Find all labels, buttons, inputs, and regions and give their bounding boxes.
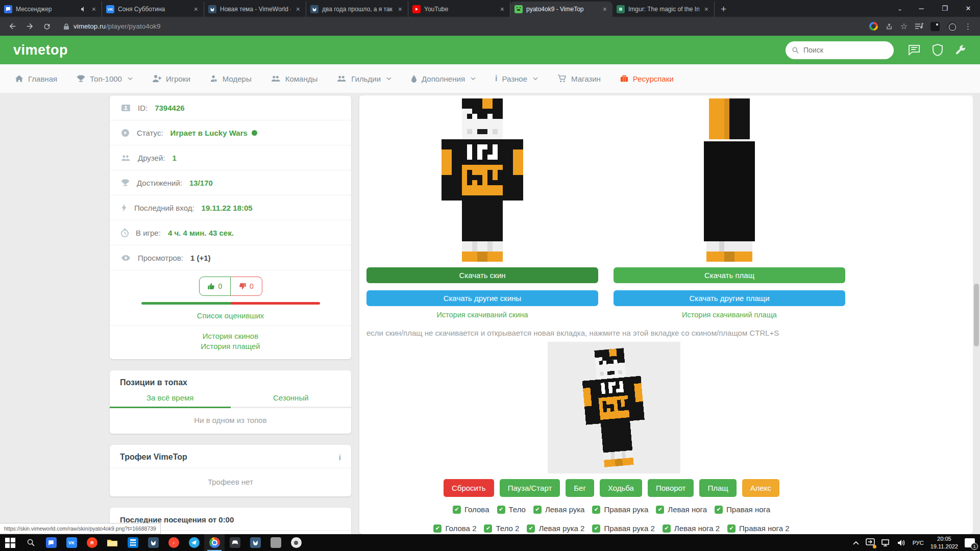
info-icon[interactable]: i — [339, 453, 341, 462]
google-account-icon[interactable] — [869, 22, 878, 31]
taskbar-vimeworld-2[interactable] — [245, 534, 265, 551]
checkbox-body[interactable]: ✔Тело — [497, 505, 526, 514]
nav-teams[interactable]: Команды — [261, 64, 328, 93]
checkbox-left-leg-2[interactable]: ✔Левая нога 2 — [663, 524, 720, 533]
tab-close-icon[interactable]: × — [601, 5, 608, 13]
download-other-capes-button[interactable]: Скачать другие плащи — [614, 290, 845, 306]
bookmark-star-icon[interactable]: ☆ — [900, 22, 908, 31]
page-scrollbar[interactable] — [973, 93, 980, 534]
taskbar-messenger[interactable] — [41, 534, 61, 551]
clock[interactable]: 20:05 19.11.2022 — [930, 535, 958, 550]
start-button[interactable] — [0, 534, 20, 551]
taskbar-chrome[interactable] — [204, 534, 225, 551]
extension-icon[interactable] — [930, 22, 940, 31]
taskbar-yandex-browser[interactable]: Я — [82, 534, 102, 551]
checkbox-body-2[interactable]: ✔Тело 2 — [484, 524, 519, 533]
checkbox-right-arm[interactable]: ✔Правая рука — [592, 505, 648, 514]
tab-youtube[interactable]: YouTube × — [408, 2, 510, 17]
tab-vk[interactable]: VK Соня Субботина × — [102, 2, 204, 17]
checkbox-left-leg[interactable]: ✔Левая нога — [656, 505, 707, 514]
tab-season[interactable]: Сезонный — [231, 393, 352, 408]
raters-link[interactable]: Список оценивших — [110, 310, 351, 321]
cape-downloads-history-link[interactable]: История скачиваний плаща — [614, 311, 845, 319]
shield-icon[interactable] — [932, 44, 943, 56]
nav-players[interactable]: Игроки — [142, 64, 200, 93]
tab-alltime[interactable]: За всё время — [110, 393, 231, 408]
tab-vimeworld-topic[interactable]: два года прошло, а я так и не в × — [306, 2, 408, 17]
display-project-icon[interactable] — [866, 538, 875, 547]
tab-search-chevron-icon[interactable]: ⌄ — [890, 5, 910, 12]
skin-history-link[interactable]: История скинов — [110, 330, 351, 342]
checkbox-left-arm-2[interactable]: ✔Левая рука 2 — [527, 524, 584, 533]
tab-close-icon[interactable]: × — [703, 5, 710, 13]
taskbar-explorer[interactable] — [102, 534, 122, 551]
messages-icon[interactable] — [908, 44, 920, 56]
download-skin-button[interactable]: Скачать скин — [366, 267, 598, 283]
back-button[interactable] — [5, 19, 19, 34]
taskbar-vimeworld[interactable] — [143, 534, 163, 551]
tab-vimetop-active[interactable]: pyato4ok9 - VimeTop × — [510, 2, 612, 17]
reading-list-icon[interactable] — [915, 22, 923, 30]
checkbox-right-leg[interactable]: ✔Правая нога — [715, 505, 770, 514]
tab-imgur[interactable]: Imgur: The magic of the Interne × — [612, 2, 715, 17]
walk-button[interactable]: Ходьба — [600, 479, 642, 497]
maximize-button[interactable]: ❐ — [933, 0, 957, 17]
profile-avatar[interactable] — [947, 21, 957, 32]
cape-button[interactable]: Плащ — [699, 479, 736, 497]
run-button[interactable]: Бег — [566, 479, 594, 497]
download-cape-button[interactable]: Скачать плащ — [614, 267, 845, 283]
address-bar[interactable]: vimetop.ru/player/pyato4ok9 — [57, 19, 866, 34]
taskbar-vk[interactable]: VK — [61, 534, 82, 551]
checkbox-right-arm-2[interactable]: ✔Правая рука 2 — [592, 524, 654, 533]
audio-icon[interactable] — [81, 6, 87, 12]
tab-close-icon[interactable]: × — [90, 5, 97, 13]
like-button[interactable]: 0 — [199, 277, 231, 296]
nav-shop[interactable]: Магазин — [548, 64, 610, 93]
tab-close-icon[interactable]: × — [192, 5, 200, 13]
minimize-button[interactable]: ─ — [910, 0, 933, 17]
tab-close-icon[interactable]: × — [295, 5, 302, 13]
language-indicator[interactable]: РУС — [913, 540, 924, 546]
taskbar-discord[interactable] — [225, 534, 245, 551]
nav-resourcepacks[interactable]: Ресурспаки — [610, 64, 683, 93]
taskbar-steam[interactable] — [286, 534, 306, 551]
tab-vimeworld-forum[interactable]: Новая тема - VimeWorld - Фор × — [204, 2, 306, 17]
site-logo[interactable]: vimetop — [13, 42, 68, 58]
checkbox-head-2[interactable]: ✔Голова 2 — [433, 524, 476, 533]
checkbox-left-arm[interactable]: ✔Левая рука — [533, 505, 585, 514]
site-search[interactable] — [786, 41, 894, 59]
download-other-skins-button[interactable]: Скачать другие скины — [366, 290, 598, 306]
reset-button[interactable]: Сбросить — [444, 479, 494, 497]
tab-messenger[interactable]: Мессенджер × — [0, 2, 102, 17]
rotate-button[interactable]: Поворот — [648, 479, 694, 497]
dislike-button[interactable]: 0 — [231, 277, 262, 296]
search-input[interactable] — [803, 46, 880, 54]
checkbox-head[interactable]: ✔Голова — [453, 505, 489, 514]
tray-expand-icon[interactable] — [853, 541, 859, 545]
taskbar-telegram[interactable] — [184, 534, 204, 551]
action-center-icon[interactable]: 1 — [965, 538, 975, 547]
browser-menu-icon[interactable]: ⋮ — [964, 22, 972, 31]
scrollbar-thumb[interactable] — [974, 284, 979, 346]
nav-guilds[interactable]: Гильдии — [327, 64, 401, 93]
close-window-button[interactable]: ✕ — [957, 0, 980, 17]
alex-button[interactable]: Алекс — [742, 479, 779, 497]
tab-close-icon[interactable]: × — [397, 5, 404, 13]
network-icon[interactable] — [881, 539, 891, 546]
nav-misc[interactable]: i Разное — [485, 64, 548, 93]
taskbar-app[interactable] — [265, 534, 286, 551]
cape-history-link[interactable]: История плащей — [110, 342, 351, 352]
skin-downloads-history-link[interactable]: История скачиваний скина — [366, 311, 598, 319]
taskbar-search-button[interactable] — [20, 534, 41, 551]
new-tab-button[interactable]: + — [715, 4, 732, 17]
wrench-icon[interactable] — [955, 44, 967, 56]
taskbar-calculator[interactable] — [122, 534, 143, 551]
forward-button[interactable] — [22, 19, 37, 34]
pause-start-button[interactable]: Пауза/Старт — [500, 479, 560, 497]
nav-home[interactable]: Главная — [5, 64, 67, 93]
nav-mods[interactable]: Модеры — [200, 64, 261, 93]
skin-3d-viewer[interactable] — [548, 342, 680, 473]
taskbar-yandex-music[interactable]: ♪ — [163, 534, 184, 551]
nav-addons[interactable]: Дополнения — [401, 64, 485, 93]
nav-top1000[interactable]: Топ-1000 — [67, 64, 142, 93]
